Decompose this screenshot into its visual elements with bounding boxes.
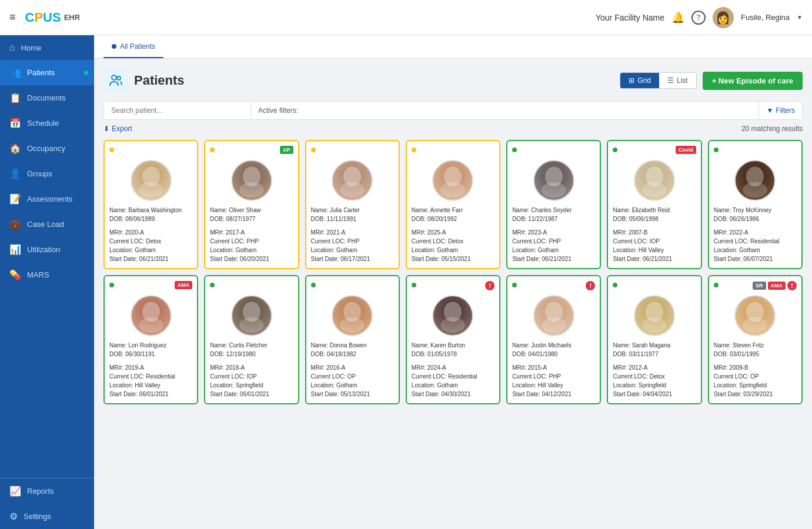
sidebar-item-caseload[interactable]: 💼 Case Load xyxy=(0,212,94,237)
sidebar-item-patients[interactable]: 👥 Patients xyxy=(0,60,94,85)
list-view-button[interactable]: ☰ List xyxy=(659,73,696,88)
mars-icon: 💊 xyxy=(9,269,21,280)
card-info: Name: Oliver Shaw DOB: 08/27/1977 MR#: 2… xyxy=(210,206,293,263)
patient-card-13[interactable]: Name: Sarah Magana DOB: 03/11/1977 MR#: … xyxy=(607,275,701,404)
patient-name: Name: Julia Carter xyxy=(311,206,394,215)
patients-icon-box xyxy=(103,68,128,93)
user-chevron-icon[interactable]: ▼ xyxy=(797,14,803,21)
patient-photo xyxy=(432,295,473,336)
list-icon: ☰ xyxy=(667,76,674,85)
patient-card-12[interactable]: ! Name: Justin Michaels DOB: 04/01/1980 … xyxy=(506,275,601,404)
patient-loc: Current LOC: Residential xyxy=(412,372,494,381)
groups-icon: 👤 xyxy=(9,168,21,179)
patient-start: Start Date: 06/21/2021 xyxy=(109,255,192,263)
patient-mr: MR#: 2025-A xyxy=(412,228,494,237)
patient-mr: MR#: 2015-A xyxy=(512,363,595,372)
search-input[interactable] xyxy=(104,102,251,119)
patient-location: Location: Springfield xyxy=(613,381,696,390)
sidebar-item-documents[interactable]: 📋 Documents xyxy=(0,85,94,111)
new-episode-button[interactable]: + New Episode of care xyxy=(703,72,803,90)
patient-loc: Current LOC: PHP xyxy=(512,372,595,381)
patient-name: Name: Elizabeth Reid xyxy=(613,206,696,215)
patient-start: Start Date: 04/04/2021 xyxy=(613,390,696,399)
sidebar-item-schedule[interactable]: 📅 Schedule xyxy=(0,111,94,136)
badge-row: ! xyxy=(485,281,494,290)
face-svg xyxy=(534,296,573,335)
patient-location: Location: Gotham xyxy=(311,381,394,390)
sidebar-label-groups: Groups xyxy=(27,169,52,178)
face-svg xyxy=(433,296,472,335)
facility-name: Your Facility Name xyxy=(596,13,664,22)
patient-dob: DOB: 11/11/1991 xyxy=(311,215,394,223)
patient-name: Name: Karen Burton xyxy=(412,341,494,350)
badge-row: SRAMA! xyxy=(753,281,797,290)
blank-line xyxy=(613,359,696,363)
grid-view-button[interactable]: ⊞ Grid xyxy=(620,73,659,88)
patient-loc: Current LOC: Detox xyxy=(613,372,696,381)
card-top-indicators xyxy=(412,146,494,158)
avatar[interactable]: 👩 xyxy=(713,7,734,28)
card-top-indicators: AMA xyxy=(109,281,192,293)
help-icon[interactable]: ? xyxy=(691,11,706,25)
card-top-indicators xyxy=(109,146,192,158)
patient-card-11[interactable]: ! Name: Karen Burton DOB: 01/05/1978 MR#… xyxy=(406,275,500,404)
patient-card-4[interactable]: Name: Annette Farr DOB: 08/20/1992 MR#: … xyxy=(406,140,500,269)
sidebar-label-documents: Documents xyxy=(27,93,66,102)
svg-point-21 xyxy=(340,317,364,333)
patient-mr: MR#: 2020-A xyxy=(109,228,192,237)
blank-line xyxy=(714,359,797,363)
patient-card-3[interactable]: Name: Julia Carter DOB: 11/11/1991 MR#: … xyxy=(305,140,400,269)
sidebar-item-occupancy[interactable]: 🏠 Occupancy xyxy=(0,136,94,161)
svg-point-23 xyxy=(441,317,465,333)
patient-mr: MR#: 2023-A xyxy=(512,228,595,237)
patient-card-7[interactable]: Name: Troy McKinney DOB: 06/26/1986 MR#:… xyxy=(708,140,803,269)
sidebar-item-groups[interactable]: 👤 Groups xyxy=(0,161,94,186)
patient-photo xyxy=(634,295,675,336)
blank-line xyxy=(210,223,293,228)
sidebar-item-mars[interactable]: 💊 MARS xyxy=(0,262,94,287)
patient-card-14[interactable]: SRAMA! Name: Steven Fritz DOB: 03/01/199… xyxy=(708,275,803,404)
sidebar-label-home: Home xyxy=(21,43,42,52)
main-layout: ⌂ Home 👥 Patients 📋 Documents 📅 Schedule… xyxy=(0,35,812,529)
patient-mr: MR#: 2018-A xyxy=(210,363,293,372)
patient-card-6[interactable]: Covid Name: Elizabeth Reid DOB: 05/06/19… xyxy=(607,140,701,269)
view-toggle: ⊞ Grid ☰ List xyxy=(620,72,696,89)
patient-location: Location: Gotham xyxy=(311,246,394,255)
tab-all-patients[interactable]: All Patients xyxy=(103,35,163,58)
sidebar-label-utilization: Utilization xyxy=(27,245,60,254)
sidebar-item-assessments[interactable]: 📝 Assessments xyxy=(0,186,94,212)
sidebar-item-home[interactable]: ⌂ Home xyxy=(0,35,94,60)
patient-loc: Current LOC: OP xyxy=(714,372,797,381)
bell-icon[interactable]: 🔔 xyxy=(671,11,684,24)
export-icon: ⬇ xyxy=(103,125,109,133)
card-info: Name: Troy McKinney DOB: 06/26/1986 MR#:… xyxy=(714,206,797,263)
patients-icon: 👥 xyxy=(9,67,21,78)
patient-location: Location: Hill Valley xyxy=(613,246,696,255)
sidebar-item-reports[interactable]: 📈 Reports xyxy=(0,478,94,504)
badge-row: Covid xyxy=(676,146,696,154)
svg-point-5 xyxy=(239,182,263,197)
filters-button[interactable]: ▼ Filters xyxy=(758,102,802,119)
patient-location: Location: Gotham xyxy=(714,246,797,255)
patient-mr: MR#: 2012-A xyxy=(613,363,696,372)
sidebar-label-settings: Settings xyxy=(24,512,51,521)
sidebar-item-utilization[interactable]: 📊 Utilization xyxy=(0,237,94,262)
patient-card-5[interactable]: Name: Charles Snyder DOB: 11/22/1987 MR#… xyxy=(506,140,601,269)
patient-card-2[interactable]: AP Name: Oliver Shaw DOB: 08/27/1977 MR#… xyxy=(204,140,299,269)
patient-card-9[interactable]: Name: Curtis Fletcher DOB: 12/19/1980 MR… xyxy=(204,275,299,404)
patient-card-10[interactable]: Name: Donna Bowen DOB: 04/18/1982 MR#: 2… xyxy=(305,275,400,404)
assessments-icon: 📝 xyxy=(9,193,21,205)
card-info: Name: Annette Farr DOB: 08/20/1992 MR#: … xyxy=(412,206,494,263)
sidebar-item-settings[interactable]: ⚙ Settings xyxy=(0,504,94,529)
patient-start: Start Date: 04/12/2021 xyxy=(512,390,595,399)
patient-card-8[interactable]: AMA Name: Lori Rodriguez DOB: 06/30/1191… xyxy=(103,275,198,404)
hamburger-icon[interactable]: ≡ xyxy=(9,11,16,24)
patient-photo xyxy=(634,160,675,201)
documents-icon: 📋 xyxy=(9,92,21,103)
patient-loc: Current LOC: Detox xyxy=(412,237,494,246)
patient-name: Name: Lori Rodriguez xyxy=(109,341,192,350)
export-button[interactable]: ⬇ Export xyxy=(103,125,132,133)
patient-name: Name: Charles Snyder xyxy=(512,206,595,215)
card-info: Name: Curtis Fletcher DOB: 12/19/1980 MR… xyxy=(210,341,293,399)
patient-card-1[interactable]: Name: Barbara Washington DOB: 08/06/1989… xyxy=(103,140,198,269)
